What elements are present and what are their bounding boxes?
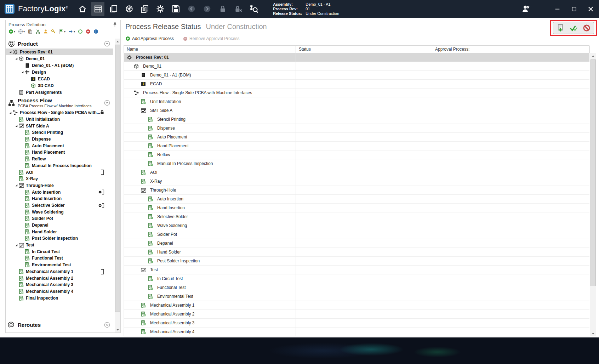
- globe-icon[interactable]: ▾: [18, 29, 25, 34]
- tree-item-ecad[interactable]: ECAD: [6, 75, 113, 82]
- release-button[interactable]: [556, 23, 565, 33]
- table-row-hand-insertion[interactable]: Hand Insertion: [124, 204, 589, 212]
- remove-approval-process-link[interactable]: Remove Approval Process: [183, 36, 239, 41]
- maximize-button[interactable]: [566, 0, 582, 18]
- table-row-ecad[interactable]: ECAD: [124, 80, 589, 89]
- expander-icon[interactable]: [8, 50, 13, 53]
- table-row-mechanical-assembly-3[interactable]: Mechanical Assembly 3: [124, 319, 589, 328]
- tree-item-functional-test[interactable]: Functional Test: [6, 255, 113, 262]
- tree-item-demo-01-a1-bom[interactable]: Demo_01 - A1 (BOM): [6, 62, 113, 69]
- table-row-hand-solder[interactable]: Hand Solder: [124, 248, 589, 257]
- table-row-solder-pot[interactable]: Solder Pot: [124, 230, 589, 239]
- sidebar-scrollbar[interactable]: [115, 39, 120, 332]
- table-row-test[interactable]: Test: [124, 266, 589, 274]
- tree-item-process-flow-single-side-pcba-with[interactable]: Process Flow - Single Side PCBA with...: [6, 109, 113, 116]
- home-button[interactable]: [76, 2, 89, 16]
- table-row-demo-01-a1-bom[interactable]: Demo_01 - A1 (BOM): [124, 71, 589, 80]
- tree-item-final-inspection[interactable]: Final Inspection: [6, 295, 113, 301]
- save-button[interactable]: [169, 2, 182, 16]
- table-row-post-solder-inspection[interactable]: Post Solder Inspection: [124, 257, 589, 266]
- tree-item-manual-in-process-inspection[interactable]: Manual In Process Inspection: [6, 163, 113, 169]
- pin-icon[interactable]: [112, 22, 118, 27]
- tree-item-x-ray[interactable]: X-Ray: [6, 176, 113, 182]
- tree-item-auto-placement[interactable]: Auto Placement: [6, 142, 113, 149]
- flow-search-button[interactable]: [247, 2, 260, 16]
- info-icon[interactable]: [93, 29, 98, 34]
- remove-icon[interactable]: [86, 29, 91, 34]
- chevron-up-icon[interactable]: [104, 100, 110, 106]
- table-row-reflow[interactable]: Reflow: [124, 150, 589, 159]
- product-section-header[interactable]: Product: [6, 39, 114, 49]
- table-row-unit-initialization[interactable]: Unit Initialization: [124, 97, 589, 106]
- cut-icon[interactable]: [35, 29, 40, 34]
- layers-button[interactable]: [107, 2, 120, 16]
- column-header-status[interactable]: Status: [296, 46, 432, 53]
- table-row-x-ray[interactable]: X-Ray: [124, 177, 589, 186]
- add-approval-process-link[interactable]: Add Approval Process: [125, 36, 174, 41]
- table-row-aoi[interactable]: AOI: [124, 168, 589, 177]
- tree-item-test[interactable]: Test: [6, 242, 113, 249]
- tree-item-smt-side-a[interactable]: SMT Side A: [6, 123, 113, 129]
- tree-item-process-rev-01[interactable]: Process Rev: 01: [6, 49, 113, 55]
- close-button[interactable]: [582, 0, 599, 18]
- scroll-down-icon[interactable]: [115, 327, 120, 332]
- table-row-mechanical-assembly-1[interactable]: Mechanical Assembly 1: [124, 301, 589, 310]
- table-row-process-flow-single-side-pcba-with-machine-interfaces[interactable]: Process Flow - Single Side PCBA with Mac…: [124, 89, 589, 97]
- tree-item-reflow[interactable]: Reflow: [6, 156, 113, 163]
- main-scrollbar[interactable]: [590, 53, 596, 336]
- table-row-in-circuit-test[interactable]: In Circuit Test: [124, 274, 589, 283]
- table-row-hand-placement[interactable]: Hand Placement: [124, 142, 589, 150]
- add-icon[interactable]: ▾: [8, 29, 15, 34]
- table-row-wave-soldering[interactable]: Wave Soldering: [124, 221, 589, 230]
- grid-button[interactable]: [91, 2, 104, 16]
- reroutes-section-header[interactable]: Reroutes: [6, 320, 114, 330]
- paste-icon[interactable]: [28, 29, 33, 34]
- tree-item-hand-insertion[interactable]: Hand Insertion: [6, 195, 113, 202]
- user-icon[interactable]: [43, 29, 48, 34]
- lock-button[interactable]: [216, 2, 229, 16]
- export-icon[interactable]: ▾: [68, 29, 75, 34]
- tree-item-solder-pot[interactable]: Solder Pot: [6, 215, 113, 222]
- chevron-down-icon[interactable]: [104, 322, 110, 328]
- expander-icon[interactable]: [14, 57, 19, 60]
- table-row-smt-side-a[interactable]: SMT Side A: [124, 106, 589, 115]
- tree-item-stencil-printing[interactable]: Stencil Printing: [6, 129, 113, 136]
- tree-item-mechanical-assembly-2[interactable]: Mechanical Assembly 2: [6, 275, 113, 281]
- back-button[interactable]: [185, 2, 198, 16]
- table-row-auto-insertion[interactable]: Auto Insertion: [124, 195, 589, 204]
- tree-item-wave-soldering[interactable]: Wave Soldering: [6, 209, 113, 215]
- scroll-down-icon[interactable]: [590, 331, 596, 336]
- table-row-mechanical-assembly-4[interactable]: Mechanical Assembly 4: [124, 328, 589, 336]
- reject-button[interactable]: [582, 23, 591, 33]
- table-row-depanel[interactable]: Depanel: [124, 239, 589, 248]
- tree-item-hand-solder[interactable]: Hand Solder: [6, 228, 113, 235]
- expander-icon[interactable]: [20, 70, 25, 74]
- table-row-mechanical-assembly-2[interactable]: Mechanical Assembly 2: [124, 310, 589, 319]
- forward-button[interactable]: [200, 2, 213, 16]
- scroll-up-icon[interactable]: [115, 39, 120, 44]
- documents-button[interactable]: [138, 2, 151, 16]
- tree-item-in-circuit-test[interactable]: In Circuit Test: [6, 248, 113, 255]
- tree-item-mechanical-assembly-3[interactable]: Mechanical Assembly 3: [6, 281, 113, 288]
- chevron-up-icon[interactable]: [104, 41, 110, 47]
- table-row-functional-test[interactable]: Functional Test: [124, 283, 589, 292]
- table-row-selective-solder[interactable]: Selective Solder: [124, 212, 589, 221]
- tree-item-auto-insertion[interactable]: Auto Insertion: [6, 189, 113, 195]
- settings-button[interactable]: [154, 2, 167, 16]
- tree-item-hand-placement[interactable]: Hand Placement: [6, 149, 113, 156]
- tree-item-through-hole[interactable]: Through-Hole: [6, 182, 113, 189]
- table-row-auto-placement[interactable]: Auto Placement: [124, 133, 589, 142]
- tree-item-dispense[interactable]: Dispense: [6, 136, 113, 143]
- flag-icon[interactable]: ▾: [59, 29, 65, 34]
- tree-item-environmental-test[interactable]: Environmental Test: [6, 262, 113, 268]
- tree-item-unit-initialization[interactable]: Unit Initialization: [6, 116, 113, 123]
- tree-item-post-solder-inspection[interactable]: Post Solder Inspection: [6, 235, 113, 242]
- table-row-demo-01[interactable]: Demo_01: [124, 62, 589, 71]
- process-flow-section-header[interactable]: Process Flow PCBA Process Flow w/ Machin…: [6, 96, 114, 109]
- expander-icon[interactable]: [14, 124, 19, 127]
- tree-item-design[interactable]: Design: [6, 69, 113, 75]
- column-header-name[interactable]: Name: [124, 46, 296, 53]
- column-header-approval-process[interactable]: Approval Process:: [432, 46, 590, 53]
- expander-icon[interactable]: [14, 244, 19, 247]
- tree-item-part-assignments[interactable]: Part Assignments: [6, 89, 113, 96]
